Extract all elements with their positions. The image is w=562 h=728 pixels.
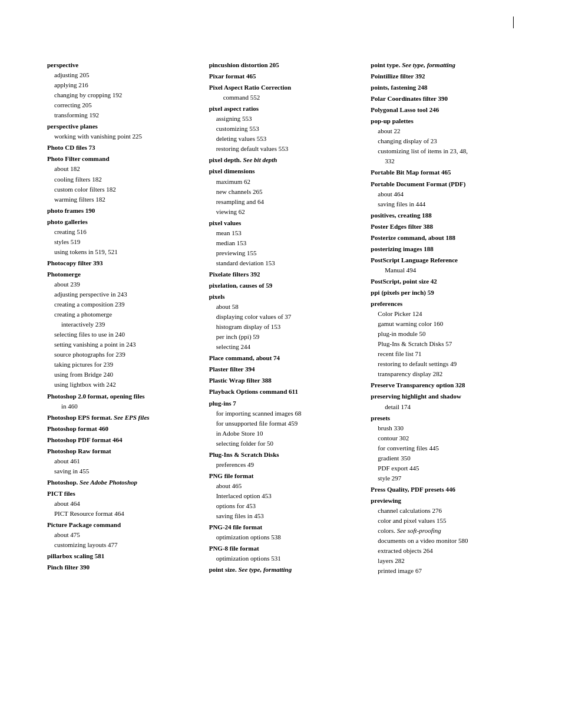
list-item: per inch (ppi) 59 [209, 332, 359, 342]
list-item: about 461 [47, 456, 197, 466]
list-item: histogram display of 153 [209, 322, 359, 332]
list-item: pillarbox scaling 581 [47, 551, 197, 561]
list-item: plug-in module 50 [371, 329, 521, 339]
list-item: correcting 205 [47, 100, 197, 110]
list-item: customizing layouts 477 [47, 540, 197, 550]
header-divider [513, 17, 514, 28]
list-item: restoring default values 553 [209, 144, 359, 154]
index-col-3: point type. See type, formattingPointill… [371, 59, 521, 576]
list-item: gamut warning color 160 [371, 319, 521, 329]
list-item: Portable Bit Map format 465 [371, 167, 521, 177]
list-item: PNG-24 file format [209, 522, 359, 532]
list-item: using from Bridge 240 [47, 370, 197, 380]
list-item: maximum 62 [209, 177, 359, 187]
list-item: detail 174 [371, 402, 521, 412]
list-item: Place command, about 74 [209, 353, 359, 363]
list-item: for unsupported file format 459 [209, 419, 359, 429]
list-item: for importing scanned images 68 [209, 409, 359, 419]
list-item: PNG file format [209, 471, 359, 481]
list-item: Plaster filter 394 [209, 364, 359, 374]
list-item: standard deviation 153 [209, 258, 359, 268]
list-item: options for 453 [209, 501, 359, 511]
list-item: optimization options 538 [209, 532, 359, 542]
list-item: Pixel Aspect Ratio Correction [209, 83, 359, 93]
list-item: previewing [371, 496, 521, 506]
list-item: Photoshop PDF format 464 [47, 435, 197, 445]
list-item: Picture Package command [47, 520, 197, 530]
list-item: warming filters 182 [47, 195, 197, 205]
list-item: Plastic Wrap filter 388 [209, 375, 359, 386]
list-item: pop-up palettes [371, 116, 521, 126]
list-item: about 465 [209, 481, 359, 491]
list-item: colors. See soft-proofing [371, 526, 521, 536]
list-item: displaying color values of 37 [209, 312, 359, 322]
list-item: mean 153 [209, 228, 359, 238]
list-item: color and pixel values 155 [371, 516, 521, 526]
list-item: ppi (pixels per inch) 59 [371, 288, 521, 298]
list-item: points, fastening 248 [371, 83, 521, 93]
list-item: Pixelate filters 392 [209, 269, 359, 279]
list-item: Color Picker 124 [371, 309, 521, 319]
list-item: command 552 [209, 93, 359, 103]
list-item: adjusting 205 [47, 70, 197, 80]
list-item: perspective [47, 60, 197, 70]
list-item: Interlaced option 453 [209, 491, 359, 501]
list-item: PICT files [47, 489, 197, 499]
list-item: selecting folder for 50 [209, 439, 359, 449]
list-item: layers 282 [371, 556, 521, 566]
list-item: extracted objects 264 [371, 546, 521, 556]
list-item: Posterize command, about 188 [371, 233, 521, 243]
list-item: Manual 494 [371, 265, 521, 275]
list-item: Photoshop EPS format. See EPS files [47, 413, 197, 423]
list-item: PNG-8 file format [209, 543, 359, 554]
list-item: PICT Resource format 464 [47, 509, 197, 519]
list-item: about 182 [47, 164, 197, 174]
list-item: Plug-Ins & Scratch Disks [209, 450, 359, 460]
list-item: creating 516 [47, 227, 197, 237]
list-item: preferences [371, 299, 521, 309]
list-item: Photo CD files 73 [47, 143, 197, 153]
list-item: Press Quality, PDF presets 446 [371, 485, 521, 495]
list-item: cooling filters 182 [47, 174, 197, 185]
list-item: 332 [371, 156, 521, 166]
list-item: creating a composition 239 [47, 299, 197, 309]
list-item: plug-ins 7 [209, 398, 359, 409]
list-item: customizing list of items in 23, 48, [371, 146, 521, 156]
list-item: PostScript Language Reference [371, 255, 521, 265]
list-item: Plug-Ins & Scratch Disks 57 [371, 339, 521, 349]
list-item: applying 216 [47, 80, 197, 90]
list-item: pixel values [209, 218, 359, 228]
list-item: Polygonal Lasso tool 246 [371, 105, 521, 115]
page-header [506, 17, 521, 28]
list-item: working with vanishing point 225 [47, 131, 197, 141]
list-item: Playback Options command 611 [209, 387, 359, 397]
list-item: style 297 [371, 473, 521, 483]
list-item: transforming 192 [47, 110, 197, 120]
list-item: resampling and 64 [209, 197, 359, 207]
list-item: recent file list 71 [371, 349, 521, 359]
list-item: Photoshop Raw format [47, 446, 197, 456]
list-item: median 153 [209, 238, 359, 248]
list-item: changing by cropping 192 [47, 90, 197, 100]
list-item: pixel depth. See bit depth [209, 155, 359, 165]
list-item: positives, creating 188 [371, 210, 521, 220]
list-item: posterizing images 188 [371, 244, 521, 254]
list-item: about 464 [47, 499, 197, 509]
list-item: using lightbox with 242 [47, 380, 197, 390]
list-item: selecting 244 [209, 342, 359, 352]
list-item: Pixar format 465 [209, 71, 359, 81]
list-item: saving files in 453 [209, 511, 359, 521]
list-item: photo galleries [47, 217, 197, 227]
list-item: setting vanishing a point in 243 [47, 340, 197, 350]
list-item: Pointillize filter 392 [371, 71, 521, 81]
list-item: restoring to default settings 49 [371, 359, 521, 369]
list-item: adjusting perspective in 243 [47, 289, 197, 299]
list-item: Portable Document Format (PDF) [371, 179, 521, 189]
list-item: Photoshop. See Adobe Photoshop [47, 477, 197, 487]
list-item: brush 330 [371, 423, 521, 433]
list-item: about 464 [371, 189, 521, 199]
list-item: preferences 49 [209, 460, 359, 470]
index-col-2: pincushion distortion 205Pixar format 46… [209, 59, 371, 576]
list-item: new channels 265 [209, 187, 359, 197]
list-item: customizing 553 [209, 124, 359, 134]
